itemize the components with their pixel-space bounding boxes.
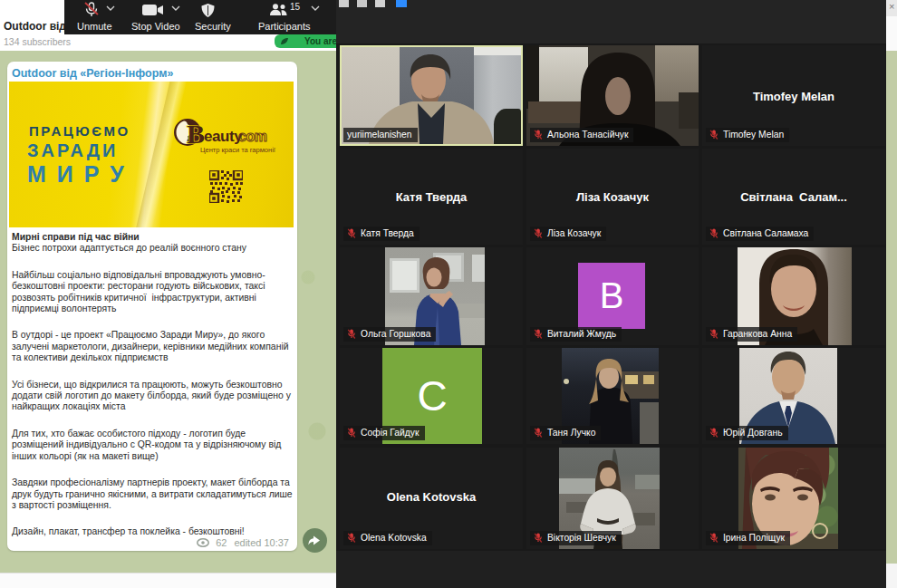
svg-text:Центр краси та гармонії: Центр краси та гармонії [200,146,276,154]
svg-text:eauty: eauty [204,128,243,145]
svg-text:B: B [187,119,205,149]
svg-text:com: com [238,129,267,144]
